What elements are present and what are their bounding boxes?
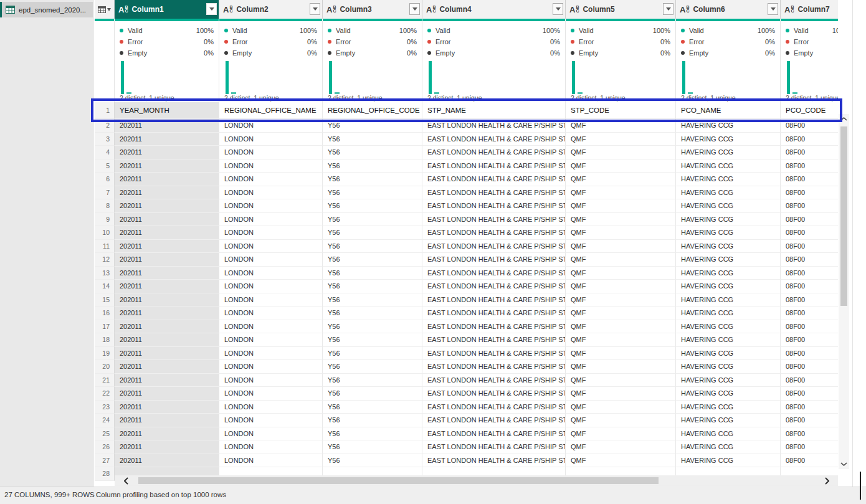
column-header-column4[interactable]: ABCColumn4	[422, 0, 566, 19]
table-cell[interactable]: EAST LONDON HEALTH & CARE P/SHIP STP	[422, 427, 566, 441]
table-cell[interactable]: 08F00	[781, 401, 838, 414]
table-cell[interactable]: QMF	[566, 133, 676, 146]
table-cell[interactable]: HAVERING CCG	[676, 320, 781, 334]
table-cell[interactable]: QMF	[566, 360, 676, 374]
table-cell[interactable]: EAST LONDON HEALTH & CARE P/SHIP STP	[422, 440, 566, 454]
scroll-left-icon[interactable]	[120, 475, 132, 486]
row-number[interactable]: 27	[95, 454, 115, 468]
table-cell[interactable]: HAVERING CCG	[676, 307, 781, 320]
table-cell[interactable]: 202011	[115, 240, 219, 254]
row-number[interactable]: 20	[95, 360, 115, 374]
table-cell[interactable]: EAST LONDON HEALTH & CARE P/SHIP STP	[422, 333, 566, 347]
row-number[interactable]: 5	[95, 159, 115, 173]
table-cell[interactable]: Y56	[323, 320, 422, 334]
table-cell[interactable]: EAST LONDON HEALTH & CARE P/SHIP STP	[422, 240, 566, 254]
table-cell[interactable]: LONDON	[219, 267, 323, 280]
row-number[interactable]: 14	[95, 280, 115, 293]
table-cell[interactable]: 08F00	[781, 173, 838, 186]
table-cell[interactable]: LONDON	[219, 253, 323, 267]
table-cell[interactable]: HAVERING CCG	[676, 159, 781, 173]
row-number[interactable]: 10	[95, 226, 115, 240]
table-cell[interactable]: 08F00	[781, 133, 838, 146]
row-number[interactable]: 17	[95, 320, 115, 334]
table-cell[interactable]: 202011	[115, 146, 219, 159]
table-cell[interactable]: 08F00	[781, 226, 838, 240]
table-cell[interactable]: QMF	[566, 253, 676, 267]
table-cell[interactable]: HAVERING CCG	[676, 360, 781, 374]
table-cell[interactable]: EAST LONDON HEALTH & CARE P/SHIP STP	[422, 293, 566, 307]
table-cell[interactable]: Y56	[323, 253, 422, 267]
table-cell[interactable]: HAVERING CCG	[676, 347, 781, 361]
table-cell[interactable]: 08F00	[781, 159, 838, 173]
table-cell[interactable]: HAVERING CCG	[676, 240, 781, 254]
row-number[interactable]: 23	[95, 401, 115, 414]
table-cell[interactable]: LONDON	[219, 293, 323, 307]
table-cell[interactable]: 202011	[115, 280, 219, 293]
table-cell[interactable]: Y56	[323, 226, 422, 240]
table-cell[interactable]: LONDON	[219, 454, 323, 468]
table-cell[interactable]: QMF	[566, 186, 676, 200]
row-number[interactable]: 13	[95, 267, 115, 280]
table-cell[interactable]: PCO_NAME	[676, 102, 781, 119]
table-cell[interactable]: QMF	[566, 119, 676, 133]
table-cell[interactable]: 08F00	[781, 387, 838, 401]
table-cell[interactable]: HAVERING CCG	[676, 133, 781, 146]
table-cell[interactable]: LONDON	[219, 280, 323, 293]
table-cell[interactable]: LONDON	[219, 387, 323, 401]
table-cell[interactable]: LONDON	[219, 173, 323, 186]
table-cell[interactable]: 08F00	[781, 253, 838, 267]
table-cell[interactable]: 08F00	[781, 293, 838, 307]
row-number[interactable]: 3	[95, 133, 115, 146]
table-cell[interactable]: 202011	[115, 374, 219, 388]
table-cell[interactable]: 202011	[115, 199, 219, 213]
filter-dropdown-column4[interactable]	[553, 3, 563, 15]
table-cell[interactable]: EAST LONDON HEALTH & CARE P/SHIP STP	[422, 199, 566, 213]
table-cell[interactable]: HAVERING CCG	[676, 253, 781, 267]
row-number[interactable]: 7	[95, 186, 115, 200]
row-number[interactable]: 1	[95, 102, 115, 119]
filter-dropdown-column3[interactable]	[409, 3, 420, 15]
table-cell[interactable]: EAST LONDON HEALTH & CARE P/SHIP STP	[422, 226, 566, 240]
table-cell[interactable]: 202011	[115, 401, 219, 414]
table-cell[interactable]: Y56	[323, 119, 422, 133]
table-cell[interactable]: HAVERING CCG	[676, 387, 781, 401]
table-cell[interactable]: YEAR_MONTH	[115, 102, 219, 119]
table-cell[interactable]: QMF	[566, 173, 676, 186]
table-cell[interactable]: QMF	[566, 240, 676, 254]
table-cell[interactable]: EAST LONDON HEALTH & CARE P/SHIP STP	[422, 253, 566, 267]
table-cell[interactable]: 08F00	[781, 333, 838, 347]
column-header-column2[interactable]: ABCColumn2	[219, 0, 323, 19]
table-cell[interactable]: Y56	[323, 387, 422, 401]
table-cell[interactable]: EAST LONDON HEALTH & CARE P/SHIP STP	[422, 374, 566, 388]
row-number[interactable]: 26	[95, 440, 115, 454]
table-cell[interactable]: EAST LONDON HEALTH & CARE P/SHIP STP	[422, 133, 566, 146]
table-cell[interactable]: QMF	[566, 146, 676, 159]
table-cell[interactable]: QMF	[566, 454, 676, 468]
table-cell[interactable]: 202011	[115, 333, 219, 347]
table-cell[interactable]: HAVERING CCG	[676, 186, 781, 200]
table-cell[interactable]: 08F00	[781, 213, 838, 227]
table-cell[interactable]: 202011	[115, 253, 219, 267]
horizontal-scrollbar-thumb[interactable]	[138, 477, 659, 484]
column-header-column6[interactable]: ABCColumn6	[676, 0, 781, 19]
row-number[interactable]: 18	[95, 333, 115, 347]
scroll-down-icon[interactable]	[839, 459, 849, 469]
table-cell[interactable]: HAVERING CCG	[676, 440, 781, 454]
table-cell[interactable]: 08F00	[781, 320, 838, 334]
table-cell[interactable]: EAST LONDON HEALTH & CARE P/SHIP STP	[422, 173, 566, 186]
table-cell[interactable]: 08F00	[781, 146, 838, 159]
table-cell[interactable]: EAST LONDON HEALTH & CARE P/SHIP STP	[422, 119, 566, 133]
table-cell[interactable]: LONDON	[219, 226, 323, 240]
table-cell[interactable]: 202011	[115, 293, 219, 307]
scroll-up-icon[interactable]	[839, 114, 849, 124]
row-number[interactable]: 24	[95, 414, 115, 427]
table-cell[interactable]: Y56	[323, 307, 422, 320]
column-header-column7[interactable]: ABCColumn7	[781, 0, 838, 19]
table-cell[interactable]: HAVERING CCG	[676, 374, 781, 388]
vertical-scrollbar[interactable]	[839, 114, 849, 469]
table-cell[interactable]: QMF	[566, 267, 676, 280]
row-number[interactable]: 22	[95, 387, 115, 401]
table-cell[interactable]: QMF	[566, 414, 676, 427]
table-cell[interactable]: REGIONAL_OFFICE_CODE	[323, 102, 422, 119]
table-cell[interactable]: EAST LONDON HEALTH & CARE P/SHIP STP	[422, 146, 566, 159]
